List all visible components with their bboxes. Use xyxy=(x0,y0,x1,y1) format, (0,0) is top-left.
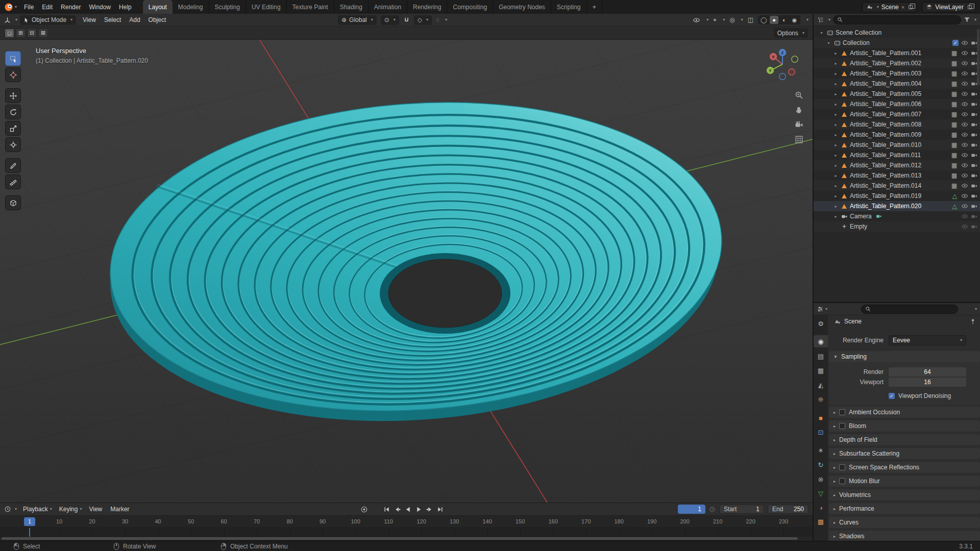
hide-viewport-icon[interactable] xyxy=(961,49,968,57)
outliner-row-artistic-table-pattern-011[interactable]: ▸Artistic_Table_Pattern.011▦ xyxy=(814,150,980,160)
hide-render-icon[interactable] xyxy=(971,183,977,189)
proportional-arrow-icon[interactable]: ▾ xyxy=(445,18,447,22)
tool-rotate[interactable] xyxy=(5,105,21,119)
navigation-gizmo[interactable]: Z X Y xyxy=(762,44,803,85)
section-ambient-occlusion[interactable]: ▸Ambient Occlusion xyxy=(829,407,980,418)
expand-arrow-icon[interactable]: ▸ xyxy=(833,173,839,178)
workspace-tab-modeling[interactable]: Modeling xyxy=(173,0,209,14)
orthographic-grid-icon[interactable] xyxy=(795,135,803,144)
section-bloom[interactable]: ▸Bloom xyxy=(829,420,980,432)
section-shadows[interactable]: ▸Shadows xyxy=(829,531,980,542)
workspace-tab-texture-paint[interactable]: Texture Paint xyxy=(287,0,334,14)
outliner-row-collection[interactable]: ▾Collection✓ xyxy=(814,38,980,48)
outliner-row-artistic-table-pattern-012[interactable]: ▸Artistic_Table_Pattern.012▦ xyxy=(814,160,980,170)
viewlayer-copy-icon[interactable] xyxy=(968,5,972,9)
menu-file[interactable]: File xyxy=(20,2,38,12)
tool-measure[interactable] xyxy=(5,174,21,189)
shading-wireframe-icon[interactable]: ◯ xyxy=(760,16,768,24)
hand-icon[interactable] xyxy=(795,106,803,114)
viewport-denoising-checkbox[interactable]: ✓ xyxy=(889,393,895,399)
properties-tab-material[interactable]: ◑ xyxy=(814,502,828,514)
hide-viewport-icon[interactable] xyxy=(961,203,968,210)
section-motion-blur[interactable]: ▸Motion Blur xyxy=(829,475,980,487)
outliner-row-artistic-table-pattern-001[interactable]: ▸Artistic_Table_Pattern.001▦ xyxy=(814,48,980,58)
gizmo-y-neg-axis[interactable] xyxy=(792,56,798,62)
workspace-tab-shading[interactable]: Shading xyxy=(334,0,369,14)
select-mode-extend-button[interactable]: ⊞ xyxy=(16,29,26,38)
outliner-row-camera[interactable]: ▸Camera xyxy=(814,211,980,221)
snap-target-dropdown[interactable]: ◇ ▾ xyxy=(414,15,432,25)
hide-render-icon[interactable] xyxy=(971,142,977,148)
add-workspace-button[interactable]: + xyxy=(587,0,603,14)
tool-add-cube[interactable] xyxy=(5,195,21,210)
viewport-canvas[interactable] xyxy=(0,40,813,503)
properties-tab-object[interactable]: ■ xyxy=(814,412,828,424)
outliner-row-artistic-table-pattern-013[interactable]: ▸Artistic_Table_Pattern.013▦ xyxy=(814,170,980,181)
hide-viewport-icon[interactable] xyxy=(961,152,968,159)
expand-arrow-icon[interactable]: ▸ xyxy=(833,102,839,107)
object-visibility-icon[interactable] xyxy=(693,16,700,24)
hide-viewport-icon[interactable] xyxy=(961,70,968,77)
viewport-samples-field[interactable]: 16 xyxy=(889,378,966,387)
filter-arrow-icon[interactable]: ▾ xyxy=(974,18,976,22)
outliner-row-artistic-table-pattern-009[interactable]: ▸Artistic_Table_Pattern.009▦ xyxy=(814,130,980,140)
properties-tab-view-layer[interactable]: ▦ xyxy=(814,364,828,377)
viewport-menu-view[interactable]: View xyxy=(79,15,100,25)
editor-type-timeline-icon[interactable] xyxy=(4,506,11,513)
expand-arrow-icon[interactable]: ▸ xyxy=(833,133,839,137)
hide-render-icon[interactable] xyxy=(971,203,977,210)
next-keyframe-button[interactable] xyxy=(425,505,434,514)
menu-render[interactable]: Render xyxy=(57,2,85,12)
menu-edit[interactable]: Edit xyxy=(38,2,57,12)
properties-tab-constraints[interactable]: ⊗ xyxy=(814,473,828,485)
render-engine-dropdown[interactable]: Eevee ▾ xyxy=(889,335,966,345)
filter-funnel-icon[interactable] xyxy=(964,16,970,23)
select-mode-new-button[interactable]: □ xyxy=(5,29,14,38)
viewlayer-name[interactable]: ViewLayer xyxy=(935,4,964,11)
hide-render-icon[interactable] xyxy=(971,213,977,220)
expand-arrow-icon[interactable]: ▸ xyxy=(833,194,839,198)
expand-arrow-icon[interactable]: ▸ xyxy=(833,61,839,66)
play-reverse-button[interactable] xyxy=(403,505,413,514)
hide-viewport-icon[interactable] xyxy=(961,213,968,220)
properties-tab-tool[interactable]: ⚙ xyxy=(814,317,828,330)
timeline-menu-keying[interactable]: Keying xyxy=(55,504,82,514)
scene-name[interactable]: Scene xyxy=(881,4,899,11)
outliner-row-scene-collection[interactable]: ▾Scene Collection xyxy=(814,28,980,38)
show-overlays-icon[interactable]: ◎ xyxy=(729,17,734,23)
properties-tab-particles[interactable]: ∗ xyxy=(814,444,828,456)
viewport-menu-select[interactable]: Select xyxy=(100,15,125,25)
outliner-editor-arrow-icon[interactable]: ▾ xyxy=(828,18,830,22)
workspace-tab-sculpting[interactable]: Sculpting xyxy=(209,0,246,14)
expand-arrow-icon[interactable]: ▸ xyxy=(833,71,839,76)
hide-viewport-icon[interactable] xyxy=(961,39,968,46)
timeline-track[interactable] xyxy=(0,528,813,537)
shading-material-icon[interactable]: ◐ xyxy=(780,16,789,24)
section-curves[interactable]: ▸Curves xyxy=(829,517,980,528)
exclude-checkbox[interactable]: ✓ xyxy=(952,40,959,46)
hide-viewport-icon[interactable] xyxy=(961,131,968,138)
tool-select-box[interactable] xyxy=(5,51,21,66)
editor-type-properties-icon[interactable] xyxy=(817,306,824,313)
properties-tab-scene[interactable]: ◭ xyxy=(814,379,828,391)
show-gizmo-icon[interactable]: ⌖ xyxy=(713,17,717,23)
expand-arrow-icon[interactable]: ▾ xyxy=(819,31,824,35)
outliner-row-artistic-table-pattern-014[interactable]: ▸Artistic_Table_Pattern.014▦ xyxy=(814,181,980,191)
scene-copy-icon[interactable] xyxy=(909,5,913,9)
workspace-tab-scripting[interactable]: Scripting xyxy=(551,0,587,14)
expand-arrow-icon[interactable]: ▸ xyxy=(833,143,839,147)
mode-dropdown[interactable]: Object Mode ▾ xyxy=(20,15,76,25)
hide-viewport-icon[interactable] xyxy=(961,121,968,128)
hide-viewport-icon[interactable] xyxy=(961,60,968,67)
hide-viewport-icon[interactable] xyxy=(961,192,968,199)
section-screen-space-reflections[interactable]: ▸Screen Space Reflections xyxy=(829,462,980,473)
blender-logo-icon[interactable] xyxy=(4,3,13,12)
section-checkbox[interactable] xyxy=(839,423,845,429)
hide-render-icon[interactable] xyxy=(971,193,977,199)
select-mode-difference-button[interactable]: ⊠ xyxy=(38,29,48,38)
hide-render-icon[interactable] xyxy=(971,101,977,108)
properties-tab-render[interactable]: ◉ xyxy=(814,335,828,347)
section-checkbox[interactable] xyxy=(839,409,845,415)
editor-type-3d-viewport-icon[interactable] xyxy=(4,16,11,24)
editor-type-outliner-icon[interactable] xyxy=(817,16,824,23)
